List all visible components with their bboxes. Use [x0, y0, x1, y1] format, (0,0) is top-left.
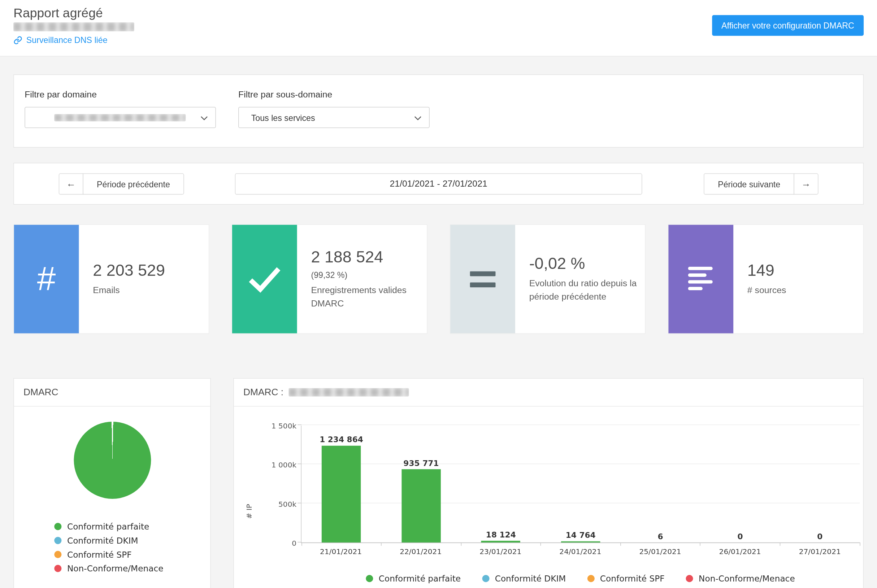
dmarc-pie-chart[interactable] [74, 422, 151, 499]
page-title: Rapport agrégé [14, 5, 103, 21]
subdomain-filter-value: Tous les services [239, 112, 315, 122]
x-axis-label: 26/01/2021 [700, 548, 780, 556]
bar-value-label: 6 [658, 532, 663, 541]
x-axis-label: 24/01/2021 [541, 548, 620, 556]
y-axis-tick-label: 1 500k [272, 422, 296, 430]
gridline [302, 424, 860, 425]
previous-period-arrow-button[interactable]: ← [59, 173, 83, 195]
legend-item[interactable]: Non-Conforme/Menace [686, 572, 795, 585]
legend-label: Conformité parfaite [67, 522, 149, 532]
period-navigation: ← Période précédente 21/01/2021 - 27/01/… [14, 163, 863, 205]
dmarc-aggregate-report-page: Rapport agrégé Surveillance DNS liée Aff… [0, 0, 877, 588]
dns-monitoring-link[interactable]: Surveillance DNS liée [14, 35, 107, 45]
bar-value-label: 18 124 [486, 530, 516, 539]
legend-dot [54, 537, 62, 544]
next-period-button[interactable]: Période suivante [704, 173, 794, 195]
stat-card-ratio-evolution: -0,02 % Evolution du ratio depuis la pér… [450, 224, 646, 334]
legend-item[interactable]: Conformité DKIM [482, 572, 566, 585]
next-period-group: Période suivante → [704, 173, 818, 195]
bar-value-label: 14 764 [566, 531, 596, 540]
subdomain-filter-label: Filtre par sous-domaine [238, 90, 332, 100]
y-axis-tick-label: 0 [292, 539, 296, 548]
bar[interactable] [561, 542, 600, 543]
legend-label: Conformité SPF [600, 573, 665, 584]
arrow-left-icon: ← [66, 178, 76, 189]
check-icon [232, 225, 297, 333]
list-icon [668, 225, 733, 333]
legend-dot [587, 575, 594, 582]
x-tick-mark [859, 543, 860, 546]
bar-value-label: 935 771 [403, 458, 438, 468]
y-tick-mark [297, 424, 302, 425]
legend-label: Non-Conforme/Menace [67, 564, 164, 573]
y-axis-tick-label: 1 000k [272, 461, 296, 469]
blur-smudge [14, 22, 134, 32]
x-tick-mark [381, 543, 381, 546]
show-dmarc-config-button[interactable]: Afficher votre configuration DMARC [712, 15, 863, 36]
legend-label: Conformité DKIM [495, 573, 566, 584]
x-tick-mark [301, 543, 302, 546]
emails-count: 2 203 529 [93, 261, 204, 280]
legend-item[interactable]: Conformité DKIM [54, 534, 210, 548]
previous-period-group: ← Période précédente [59, 173, 184, 195]
bar-value-label: 0 [817, 532, 823, 541]
stat-card-sources: 149 # sources [668, 224, 863, 334]
bar-slot: 0 [700, 426, 780, 543]
bar-slot: 6 [621, 426, 700, 543]
legend-item[interactable]: Non-Conforme/Menace [54, 561, 210, 575]
legend-dot [366, 575, 373, 582]
filters-panel: Filtre par domaine Filtre par sous-domai… [14, 74, 863, 148]
bar[interactable] [322, 446, 361, 543]
legend-dot [54, 551, 62, 558]
redacted-domain-option [54, 114, 186, 121]
y-axis-title: # IP [245, 504, 253, 519]
legend-item[interactable]: Conformité SPF [587, 572, 664, 585]
legend-label: Conformité SPF [67, 549, 132, 560]
next-period-arrow-button[interactable]: → [794, 173, 818, 195]
x-axis-label: 22/01/2021 [381, 548, 461, 556]
legend-label: Non-Conforme/Menace [699, 573, 795, 584]
bar[interactable] [401, 469, 440, 543]
domain-filter-select[interactable] [24, 107, 216, 128]
x-tick-mark [620, 543, 621, 546]
blur-smudge [54, 114, 186, 121]
stat-card-emails: # 2 203 529 Emails [14, 224, 209, 334]
date-range-display[interactable]: 21/01/2021 - 27/01/2021 [235, 173, 642, 195]
dmarc-pie-card: DMARC Conformité parfaiteConformité DKIM… [14, 378, 211, 588]
legend-item[interactable]: Conformité parfaite [54, 519, 210, 534]
x-axis: 21/01/202122/01/202123/01/202124/01/2021… [301, 548, 860, 556]
legend-item[interactable]: Conformité parfaite [366, 572, 461, 585]
y-axis: 0500k1 000k1 500k [256, 426, 297, 543]
valid-dmarc-count: 2 188 524 [311, 248, 422, 266]
redacted-domain-subtitle [14, 22, 134, 32]
legend-dot [686, 575, 693, 582]
dmarc-bar-card: DMARC : # IP 0500k1 000k1 500k 1 234 864… [233, 378, 863, 588]
ratio-evolution-value: -0,02 % [529, 255, 641, 273]
redacted-domain-title [288, 388, 409, 396]
stat-card-valid-dmarc: 2 188 524 (99,32 %) Enregistrements vali… [231, 224, 427, 334]
pie-legend: Conformité parfaiteConformité DKIMConfor… [54, 519, 210, 575]
bar-card-title: DMARC : [243, 387, 284, 398]
legend-item[interactable]: Conformité SPF [54, 548, 210, 562]
y-tick-mark [297, 503, 302, 504]
sources-count: 149 [747, 261, 859, 280]
x-axis-label: 23/01/2021 [461, 548, 541, 556]
previous-period-button[interactable]: Période précédente [83, 173, 184, 195]
pie-card-title: DMARC [24, 387, 59, 398]
bar[interactable] [481, 541, 520, 543]
dns-monitoring-link-label: Surveillance DNS liée [26, 35, 108, 45]
page-header: Rapport agrégé Surveillance DNS liée Aff… [0, 0, 877, 56]
chevron-down-icon [200, 115, 208, 122]
x-tick-mark [461, 543, 461, 546]
legend-dot [482, 575, 489, 582]
equals-icon [450, 225, 515, 333]
bar-value-label: 1 234 864 [320, 435, 363, 444]
x-axis-label: 27/01/2021 [780, 548, 860, 556]
bar-slot: 0 [780, 426, 860, 543]
x-axis-label: 21/01/2021 [301, 548, 381, 556]
bar-chart-legend: Conformité parfaiteConformité DKIMConfor… [301, 572, 860, 585]
stats-row: # 2 203 529 Emails 2 188 524 (99,32 %) E… [14, 224, 863, 334]
subdomain-filter-select[interactable]: Tous les services [238, 107, 429, 128]
bars-container: 1 234 864935 77118 12414 764600 [302, 426, 860, 543]
blur-smudge [288, 388, 409, 396]
